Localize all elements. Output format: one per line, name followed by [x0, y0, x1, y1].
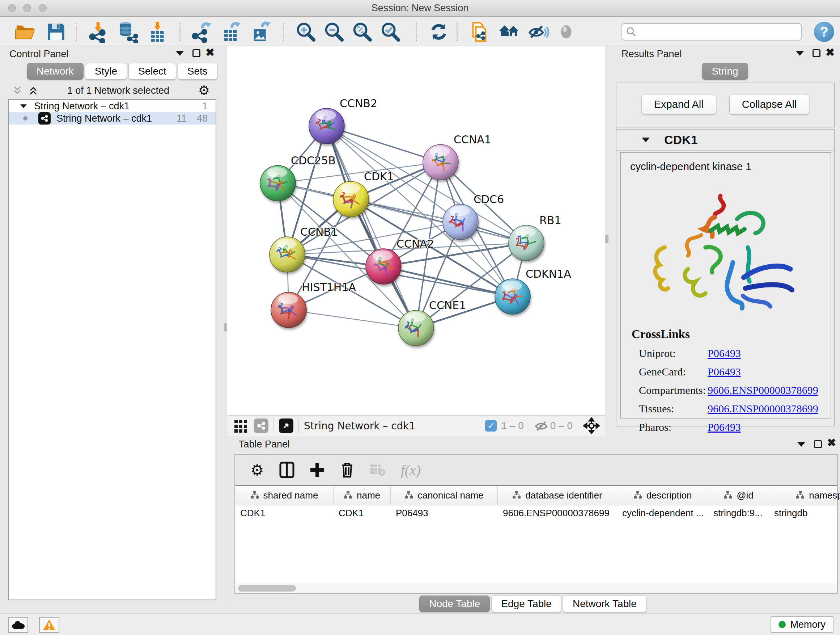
collapse-panel-icon[interactable] — [797, 442, 805, 447]
tab-string[interactable]: String — [702, 63, 748, 80]
table-body[interactable]: CDK1CDK1P064939606.ENSP00000378699cyclin… — [235, 505, 837, 521]
minimize-window-icon[interactable] — [23, 4, 31, 12]
edge-CCNB2-CCNE1[interactable] — [327, 126, 416, 328]
save-session-button[interactable] — [44, 20, 68, 44]
tab-style[interactable]: Style — [85, 63, 127, 80]
entry-expander-icon[interactable] — [642, 138, 650, 142]
table-cell[interactable]: cyclin-dependent ... — [617, 505, 708, 521]
node-CDK1[interactable]: CDK1 — [333, 170, 394, 217]
column-header-database-identifier[interactable]: database identifier — [498, 486, 617, 505]
table-hscrollbar-thumb[interactable] — [238, 585, 296, 592]
zoom-in-button[interactable] — [294, 20, 317, 44]
hide-selected-button[interactable] — [527, 20, 551, 44]
help-button[interactable]: ? — [814, 22, 834, 42]
expand-all-icon[interactable] — [28, 86, 38, 96]
refresh-view-button[interactable] — [427, 20, 451, 44]
network-graph[interactable]: CCNB2CCNA1CDC25BCDK1CDC6RB1CCNB1CCNA2CDK… — [227, 46, 605, 415]
table-hscrollbar[interactable] — [235, 583, 837, 593]
crosslink-link[interactable]: P06493 — [707, 347, 741, 359]
export-image-button[interactable] — [249, 20, 273, 44]
left-splitter-handle[interactable] — [224, 323, 227, 332]
table-cell[interactable]: stringdb:9... — [708, 505, 769, 521]
tab-select[interactable]: Select — [128, 63, 176, 80]
export-table-button[interactable] — [219, 20, 243, 44]
float-panel-icon[interactable] — [813, 49, 821, 57]
edge-CCNA2-CDKN1A[interactable] — [384, 266, 513, 296]
tree-expander-icon[interactable] — [20, 104, 27, 108]
show-columns-icon[interactable] — [279, 462, 294, 478]
window-titlebar[interactable]: Session: New Session — [0, 0, 840, 17]
crosslink-link[interactable]: 9606.ENSP00000378699 — [707, 402, 818, 415]
network-options-gear-icon[interactable]: ⚙ — [198, 83, 210, 98]
tab-sets[interactable]: Sets — [178, 63, 218, 80]
create-column-icon[interactable] — [309, 462, 325, 478]
show-all-button[interactable] — [497, 20, 521, 44]
right-splitter-handle[interactable] — [605, 234, 608, 243]
column-header-shared-name[interactable]: shared name — [235, 486, 333, 505]
node-CCNB2[interactable]: CCNB2 — [309, 97, 377, 144]
import-table-button[interactable] — [145, 20, 169, 44]
birdseye-view-icon[interactable] — [279, 418, 294, 433]
search-box[interactable] — [622, 23, 802, 41]
grid-view-icon[interactable] — [234, 418, 248, 433]
column-header-namespace[interactable]: namespace — [769, 486, 840, 505]
search-input[interactable] — [637, 26, 792, 38]
node-CDKN1A[interactable]: CDKN1A — [495, 268, 571, 314]
close-window-icon[interactable] — [8, 4, 16, 12]
zoom-window-icon[interactable] — [39, 4, 47, 12]
table-cell[interactable]: stringdb — [769, 505, 840, 521]
node-HIST1H1A[interactable]: HIST1H1A — [271, 281, 356, 328]
column-header-canonical-name[interactable]: canonical name — [391, 486, 498, 505]
node-CCNE1[interactable]: CCNE1 — [398, 299, 466, 346]
collapse-panel-icon[interactable] — [796, 51, 804, 56]
tab-node-table[interactable]: Node Table — [419, 595, 490, 612]
pan-crosshair-icon[interactable] — [583, 417, 600, 434]
float-panel-icon[interactable] — [193, 49, 201, 57]
import-network-from-database-button[interactable] — [116, 20, 140, 44]
selected-checkbox-icon[interactable]: ✓ — [485, 420, 497, 432]
table-cell[interactable]: P06493 — [391, 505, 498, 521]
table-options-gear-icon[interactable]: ⚙ — [250, 461, 264, 479]
table-row[interactable]: CDK1CDK1P064939606.ENSP00000378699cyclin… — [235, 505, 837, 521]
collapse-all-button[interactable]: Collapse All — [729, 94, 810, 114]
export-network-button[interactable] — [189, 20, 213, 44]
column-header-description[interactable]: description — [617, 486, 708, 505]
delete-table-icon[interactable] — [370, 463, 386, 477]
crosslink-link[interactable]: P06493 — [707, 366, 741, 378]
close-panel-icon[interactable]: ✖ — [826, 49, 835, 57]
edge-CCNE1-HIST1H1A[interactable] — [289, 310, 416, 328]
column-header--id[interactable]: @id — [708, 486, 769, 505]
show-hidden-button[interactable] — [554, 20, 578, 44]
node-CCNA1[interactable]: CCNA1 — [423, 133, 491, 180]
float-panel-icon[interactable] — [814, 440, 822, 448]
memory-button[interactable]: Memory — [771, 616, 834, 633]
crosslink-link[interactable]: P06493 — [707, 421, 741, 433]
network-canvas[interactable]: CCNB2CCNA1CDC25BCDK1CDC6RB1CCNB1CCNA2CDK… — [227, 46, 605, 415]
crosslink-link[interactable]: 9606.ENSP00000378699 — [707, 384, 818, 396]
table-cell[interactable]: 9606.ENSP00000378699 — [498, 505, 617, 521]
duplicate-network-button[interactable] — [467, 20, 491, 44]
table-cell[interactable]: CDK1 — [333, 505, 391, 521]
collapse-all-icon[interactable] — [12, 86, 22, 96]
import-network-button[interactable] — [86, 20, 110, 44]
tab-edge-table[interactable]: Edge Table — [491, 595, 561, 612]
gene-entry-header[interactable]: CDK1 — [616, 130, 834, 150]
zoom-fit-button[interactable] — [350, 20, 374, 44]
zoom-selected-button[interactable] — [378, 20, 402, 44]
network-collection-row[interactable]: String Network – cdk1 1 — [9, 100, 216, 112]
tab-network[interactable]: Network — [27, 63, 84, 80]
network-share-icon[interactable] — [254, 418, 268, 433]
delete-column-trash-icon[interactable] — [340, 462, 355, 478]
close-panel-icon[interactable]: ✖ — [827, 439, 836, 447]
open-session-button[interactable] — [14, 20, 38, 44]
table-header-row[interactable]: shared namenamecanonical namedatabase id… — [235, 486, 837, 505]
node-CCNB1[interactable]: CCNB1 — [270, 226, 338, 272]
tab-network-table[interactable]: Network Table — [563, 595, 646, 612]
node-RB1[interactable]: RB1 — [508, 214, 561, 261]
warnings-button[interactable] — [39, 617, 59, 633]
node-table[interactable]: shared namenamecanonical namedatabase id… — [235, 486, 837, 521]
cloud-button[interactable] — [8, 617, 28, 633]
zoom-out-button[interactable] — [322, 20, 346, 44]
function-builder-icon[interactable]: f(x) — [401, 462, 421, 478]
close-panel-icon[interactable]: ✖ — [205, 49, 215, 57]
